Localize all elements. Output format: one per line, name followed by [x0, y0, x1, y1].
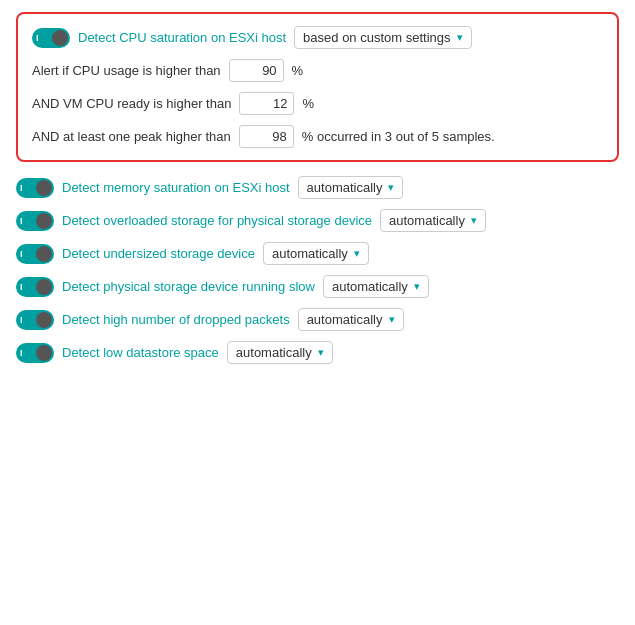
- row-dropdown-value-1: automatically: [389, 213, 465, 228]
- toggle-on-label-3: I: [20, 282, 23, 292]
- row-dropdown-1[interactable]: automatically▾: [380, 209, 486, 232]
- vm-cpu-ready-prefix: AND VM CPU ready is higher than: [32, 96, 231, 111]
- toggle-on-label-1: I: [20, 216, 23, 226]
- cpu-saturation-dropdown[interactable]: based on custom settings ▾: [294, 26, 471, 49]
- toggle-knob: [52, 30, 68, 46]
- peak-prefix: AND at least one peak higher than: [32, 129, 231, 144]
- row-label-2: Detect undersized storage device: [62, 246, 255, 261]
- toggle-4[interactable]: I: [16, 310, 54, 330]
- settings-row-3: IDetect physical storage device running …: [16, 275, 619, 298]
- cpu-alert-row: Alert if CPU usage is higher than %: [32, 59, 603, 82]
- toggle-knob-5: [36, 345, 52, 361]
- row-dropdown-value-2: automatically: [272, 246, 348, 261]
- vm-cpu-ready-input[interactable]: [239, 92, 294, 115]
- cpu-alert-prefix: Alert if CPU usage is higher than: [32, 63, 221, 78]
- row-dropdown-5[interactable]: automatically▾: [227, 341, 333, 364]
- row-label-0: Detect memory saturation on ESXi host: [62, 180, 290, 195]
- chevron-down-icon-2: ▾: [354, 247, 360, 260]
- peak-input[interactable]: [239, 125, 294, 148]
- row-label-3: Detect physical storage device running s…: [62, 279, 315, 294]
- chevron-down-icon-5: ▾: [318, 346, 324, 359]
- cpu-saturation-row: I Detect CPU saturation on ESXi host bas…: [32, 26, 603, 49]
- chevron-down-icon-3: ▾: [414, 280, 420, 293]
- peak-row: AND at least one peak higher than % occu…: [32, 125, 603, 148]
- settings-row-2: IDetect undersized storage deviceautomat…: [16, 242, 619, 265]
- cpu-alert-input[interactable]: [229, 59, 284, 82]
- row-dropdown-2[interactable]: automatically▾: [263, 242, 369, 265]
- cpu-saturation-box: I Detect CPU saturation on ESXi host bas…: [16, 12, 619, 162]
- row-dropdown-4[interactable]: automatically▾: [298, 308, 404, 331]
- settings-row-4: IDetect high number of dropped packetsau…: [16, 308, 619, 331]
- row-dropdown-3[interactable]: automatically▾: [323, 275, 429, 298]
- settings-row-1: IDetect overloaded storage for physical …: [16, 209, 619, 232]
- row-label-4: Detect high number of dropped packets: [62, 312, 290, 327]
- row-dropdown-value-4: automatically: [307, 312, 383, 327]
- chevron-down-icon: ▾: [457, 31, 463, 44]
- toggle-3[interactable]: I: [16, 277, 54, 297]
- chevron-down-icon-0: ▾: [388, 181, 394, 194]
- toggle-5[interactable]: I: [16, 343, 54, 363]
- toggle-on-label-5: I: [20, 348, 23, 358]
- row-dropdown-value-0: automatically: [307, 180, 383, 195]
- cpu-saturation-toggle[interactable]: I: [32, 28, 70, 48]
- toggle-knob-4: [36, 312, 52, 328]
- toggle-knob-0: [36, 180, 52, 196]
- chevron-down-icon-1: ▾: [471, 214, 477, 227]
- row-dropdown-0[interactable]: automatically▾: [298, 176, 404, 199]
- settings-row-5: IDetect low datastore spaceautomatically…: [16, 341, 619, 364]
- vm-cpu-ready-suffix: %: [302, 96, 314, 111]
- toggle-knob-1: [36, 213, 52, 229]
- toggle-on-label-4: I: [20, 315, 23, 325]
- other-settings-rows: IDetect memory saturation on ESXi hostau…: [16, 176, 619, 364]
- toggle-on-label-2: I: [20, 249, 23, 259]
- vm-cpu-ready-row: AND VM CPU ready is higher than %: [32, 92, 603, 115]
- row-dropdown-value-5: automatically: [236, 345, 312, 360]
- cpu-saturation-dropdown-value: based on custom settings: [303, 30, 450, 45]
- row-label-1: Detect overloaded storage for physical s…: [62, 213, 372, 228]
- row-label-5: Detect low datastore space: [62, 345, 219, 360]
- row-dropdown-value-3: automatically: [332, 279, 408, 294]
- chevron-down-icon-4: ▾: [389, 313, 395, 326]
- peak-suffix: % occurred in 3 out of 5 samples.: [302, 129, 495, 144]
- cpu-alert-suffix: %: [292, 63, 304, 78]
- settings-row-0: IDetect memory saturation on ESXi hostau…: [16, 176, 619, 199]
- toggle-on-label: I: [36, 33, 39, 43]
- toggle-1[interactable]: I: [16, 211, 54, 231]
- toggle-0[interactable]: I: [16, 178, 54, 198]
- toggle-knob-3: [36, 279, 52, 295]
- toggle-on-label-0: I: [20, 183, 23, 193]
- cpu-saturation-label: Detect CPU saturation on ESXi host: [78, 30, 286, 45]
- toggle-knob-2: [36, 246, 52, 262]
- toggle-2[interactable]: I: [16, 244, 54, 264]
